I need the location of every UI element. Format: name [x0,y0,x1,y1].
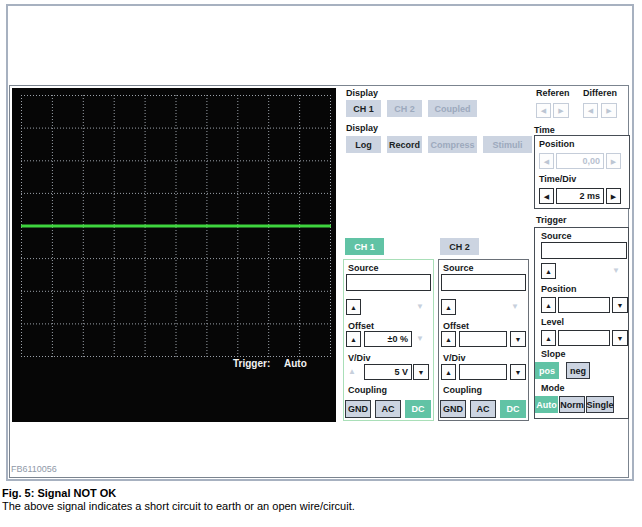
down-arrow-icon[interactable]: ▼ [418,369,425,376]
timediv-field[interactable]: 2 ms [556,188,604,204]
timediv-increase-button: ▶ [606,188,621,204]
up-arrow-icon[interactable]: ▲ [545,268,552,275]
ch1-vdiv-down-button: ▼ [413,364,429,380]
reference-next-button: ▶ [553,103,569,118]
caption-title: Fig. 5: Signal NOT OK [2,487,116,499]
down-arrow-icon[interactable]: ▼ [617,302,624,309]
ch2-vdiv-down-button: ▼ [510,364,526,380]
ch2-coupling-label: Coupling [443,385,482,395]
right-arrow-icon[interactable]: ▶ [606,107,611,114]
mode-single-button[interactable]: Single [586,396,614,413]
trigger-level-up-button: ▲ [541,330,556,346]
ch1-vdiv-label: V/Div [348,353,371,363]
trigger-position-up-button: ▲ [541,297,556,313]
trigger-position-field[interactable] [558,297,610,313]
timediv-decrease-button: ◀ [539,188,554,204]
display-modes-label: Display [346,123,378,133]
ch2-coupling-dc-button[interactable]: DC [500,400,526,418]
ch1-source-down-arrow-icon: ▼ [416,303,424,311]
caption-body: The above signal indicates a short circu… [2,500,355,512]
left-arrow-icon[interactable]: ◀ [544,193,549,200]
left-arrow-icon[interactable]: ◀ [541,107,546,114]
down-arrow-icon[interactable]: ▼ [515,369,522,376]
oscilloscope-screen: Trigger: Auto [12,88,336,422]
up-arrow-icon[interactable]: ▲ [545,335,552,342]
trigger-position-label: Position [541,284,577,294]
ch1-offset-label: Offset [348,321,374,331]
time-position-label: Position [539,139,575,149]
log-button[interactable]: Log [346,136,381,153]
ch2-vdiv-up-button: ▲ [441,364,456,380]
right-arrow-icon[interactable]: ▶ [611,193,616,200]
slope-neg-button[interactable]: neg [566,362,590,379]
up-arrow-icon[interactable]: ▲ [445,336,452,343]
reference-label: Referen [536,88,570,98]
time-section-label: Time [534,125,555,135]
trigger-level-field[interactable] [558,330,610,346]
ch1-coupling-label: Coupling [348,385,387,395]
trigger-source-up-button: ▲ [541,263,556,279]
ch1-offset-down-arrow-icon: ▼ [416,335,424,343]
ch2-source-down-arrow-icon: ▼ [511,303,519,311]
ch2-source-up-button: ▲ [441,299,456,315]
up-arrow-icon[interactable]: ▲ [445,369,452,376]
display-ch2-button[interactable]: CH 2 [387,100,422,117]
trigger-section-label: Trigger [536,215,567,225]
ch1-coupling-dc-button[interactable]: DC [405,400,431,418]
compress-button[interactable]: Compress [428,136,477,153]
trigger-source-field[interactable] [541,242,627,259]
trigger-level-label: Level [541,317,564,327]
mode-auto-button[interactable]: Auto [535,396,558,413]
down-arrow-icon[interactable]: ▼ [515,336,522,343]
ch1-source-label: Source [348,263,379,273]
right-arrow-icon[interactable]: ▶ [611,158,616,165]
right-arrow-icon[interactable]: ▶ [558,107,563,114]
time-position-decrease-button: ◀ [539,153,554,169]
scope-trigger-label: Trigger: [233,358,270,369]
ch2-offset-down-button: ▼ [510,331,526,347]
up-arrow-icon[interactable]: ▲ [445,304,452,311]
left-arrow-icon[interactable]: ◀ [588,107,593,114]
ch2-coupling-ac-button[interactable]: AC [470,400,496,418]
ch2-offset-field[interactable] [459,331,507,347]
display-ch1-button[interactable]: CH 1 [346,100,381,117]
scope-grid [21,95,331,357]
ch2-offset-label: Offset [443,321,469,331]
ch1-coupling-gnd-button[interactable]: GND [345,400,371,418]
trigger-level-down-button: ▼ [612,330,628,346]
down-arrow-icon[interactable]: ▼ [617,335,624,342]
page: Trigger: Auto Display CH 1 CH 2 Coupled … [0,0,642,527]
ch2-source-field[interactable] [441,274,526,291]
slope-pos-button[interactable]: pos [535,362,559,379]
up-arrow-icon[interactable]: ▲ [545,302,552,309]
trigger-mode-label: Mode [541,383,565,393]
up-arrow-icon[interactable]: ▲ [350,336,357,343]
time-position-field[interactable]: 0,00 [556,153,604,169]
ch1-vdiv-field[interactable]: 5 V [364,364,412,380]
ch2-vdiv-field[interactable] [459,364,507,380]
ch2-tab-button[interactable]: CH 2 [440,238,479,255]
ch1-source-field[interactable] [346,274,431,291]
difference-next-button: ▶ [601,103,617,118]
trigger-source-label: Source [541,231,572,241]
ch1-offset-field[interactable]: ±0 % [364,331,412,347]
stimuli-button[interactable]: Stimuli [483,136,532,153]
timediv-label: Time/Div [539,174,576,184]
scope-trigger-mode: Auto [284,358,307,369]
ch2-coupling-gnd-button[interactable]: GND [440,400,466,418]
left-arrow-icon[interactable]: ◀ [544,158,549,165]
mode-norm-button[interactable]: Norm [559,396,585,413]
display-channels-label: Display [346,88,378,98]
ch2-vdiv-label: V/Div [443,353,466,363]
display-coupled-button[interactable]: Coupled [428,100,477,117]
time-position-increase-button: ▶ [606,153,621,169]
ch1-offset-up-button: ▲ [346,331,361,347]
difference-prev-button: ◀ [583,103,598,118]
reference-prev-button: ◀ [536,103,551,118]
record-button[interactable]: Record [387,136,422,153]
ch1-tab-button[interactable]: CH 1 [345,238,384,255]
up-arrow-icon[interactable]: ▲ [350,304,357,311]
figure-id: FB6110056 [11,464,57,474]
ch1-coupling-ac-button[interactable]: AC [375,400,401,418]
ch1-source-up-button: ▲ [346,299,361,315]
